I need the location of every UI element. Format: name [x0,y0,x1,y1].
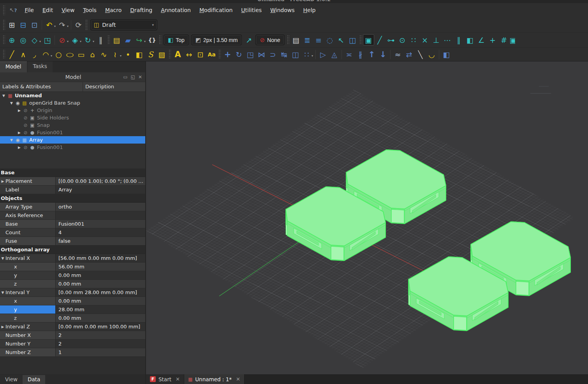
menu-tools[interactable]: Tools [79,5,100,15]
expression-editor-icon[interactable]: {} [146,34,158,46]
draft-polyline-icon[interactable]: ∧ [18,49,29,60]
menu-help[interactable]: Help [299,5,320,15]
property-label[interactable]: ▶Placement [0,177,56,186]
heads-up-display-icon[interactable]: ↗ [243,34,254,46]
draft-stretch-icon[interactable]: ↹ [278,49,290,60]
property-value[interactable]: Array [56,186,145,194]
dock-tab-model[interactable]: Model [0,61,27,72]
property-value[interactable]: 0.00 mm [56,297,145,305]
draft-move-icon[interactable]: + [222,49,233,60]
draft-polygon-icon[interactable]: ⌂ [87,49,98,60]
snap-extension-icon[interactable]: ⋯ [442,34,453,46]
menu-modification[interactable]: Modification [195,5,236,15]
property-label[interactable]: z [0,280,56,288]
property-value[interactable]: 0.00 mm [56,280,145,288]
create-link-dropdown-icon[interactable]: ▾ [144,40,146,43]
tab-view[interactable]: View [0,375,23,384]
property-label[interactable]: Number Y [0,340,56,348]
tree-selection-view-icon[interactable]: ◌ [324,34,336,46]
refresh-icon[interactable]: ⟳ [73,19,84,30]
draft-array-icon[interactable]: ∷ [301,49,312,60]
layers-icon[interactable]: ▤ [290,34,302,46]
toolbar-handle[interactable] [107,35,110,45]
property-label[interactable]: y [0,271,56,280]
draft-clone-icon[interactable]: ◫ [290,49,301,60]
property-value[interactable] [56,211,145,220]
draft-rectangle-icon[interactable]: ▭ [76,49,87,60]
menu-drafting[interactable]: Drafting [126,5,156,15]
tree-expander-icon[interactable]: ▶ [16,146,22,149]
menu-annotation[interactable]: Annotation [157,5,195,15]
property-value[interactable]: [0.00 mm 0.00 mm 100.00 mm] [56,323,145,331]
annotation-styles-icon[interactable]: Aa [206,49,217,60]
snap-parallel-icon[interactable]: ∥ [453,34,465,46]
draw-style-icon[interactable]: ⊘ [56,34,68,46]
draft-edit-icon[interactable]: ▷ [317,49,329,60]
property-value[interactable]: 0.00 mm [56,271,145,280]
workbench-selector[interactable]: ◫Draft▾ [90,19,157,30]
column-labels-attributes[interactable]: Labels & Attributes [0,82,83,91]
3d-viewport[interactable] [146,61,588,374]
snap-intersection-icon[interactable]: × [419,34,431,46]
draft-subelement-highlight-icon[interactable]: ◬ [329,49,340,60]
tree-expander-icon[interactable]: ▼ [9,138,14,142]
property-value[interactable]: 2 [56,340,145,348]
working-plane-proxy-icon[interactable]: ◧ [441,49,452,60]
snap-perpendicular-icon[interactable]: ⊥ [431,34,442,46]
zoom-selection-icon[interactable]: ◎ [18,34,29,46]
toolbar-handle[interactable] [85,19,88,30]
draft-arc-dropdown-icon[interactable]: ▾ [51,54,52,58]
property-label[interactable]: z [0,314,56,323]
fit-all-icon[interactable]: ⊕ [6,34,18,46]
property-value[interactable]: 2 [56,331,145,340]
toolbar-handle[interactable] [3,19,5,30]
panel-close-icon[interactable]: ✕ [138,74,142,80]
tree-item-side-holders[interactable]: ⊘▣Side Holders [0,114,145,121]
menu-file[interactable]: File [21,5,38,15]
move-to-group-icon[interactable]: ▰ [122,34,134,46]
scene-canvas[interactable] [146,61,588,374]
draft-line-icon[interactable]: ╱ [6,49,18,60]
draft-array-dropdown-icon[interactable]: ▾ [312,54,313,58]
dock-tab-tasks[interactable]: Tasks [28,61,53,72]
whats-this-icon[interactable]: ↖? [9,7,17,14]
tree-expander-icon[interactable]: ▶ [16,131,22,135]
create-link-icon[interactable]: ↪ [134,34,145,46]
menu-edit[interactable]: Edit [39,5,57,15]
draft-upgrade-icon[interactable]: ↑ [366,49,377,60]
toolbar-handle[interactable] [3,35,5,45]
snap-lock-icon[interactable]: ▣ [363,34,374,46]
open-file-icon[interactable]: ⊟ [18,19,29,30]
snap-special-icon[interactable]: ∷ [408,34,419,46]
snap-dimensions-icon[interactable]: + [487,34,498,46]
snap-ortho-icon[interactable]: ▣ [510,34,515,46]
draft-ellipse-icon[interactable]: ○ [64,49,76,60]
property-value[interactable]: Fusion001 [56,220,145,228]
view-top-button[interactable]: ◧Top [164,35,189,45]
property-value[interactable]: [0.00 mm 28.00 mm 0.00 mm] [56,288,145,297]
menu-view[interactable]: View [58,5,78,15]
zoom-tools-dropdown-icon[interactable]: ▾ [93,40,94,43]
mdi-tab-start[interactable]: FStart✕ [146,374,184,384]
property-label[interactable]: Number Z [0,348,56,357]
panel-minimize-icon[interactable]: ▭ [123,74,127,80]
draft-facebinder-icon[interactable]: ◧ [134,49,145,60]
property-value[interactable]: 56.00 mm [56,263,145,271]
undo-dropdown-icon[interactable]: ▾ [54,25,56,28]
close-icon[interactable]: ✕ [176,376,180,382]
menu-utilities[interactable]: Utilities [237,5,266,15]
property-label[interactable]: Label [0,186,56,194]
draft-label-icon[interactable]: ⊡ [195,49,206,60]
property-expander-icon[interactable]: ▶ [0,179,5,183]
close-icon[interactable]: ✕ [236,376,240,382]
redo-dropdown-icon[interactable]: ▾ [67,25,69,28]
property-value[interactable]: 4 [56,228,145,237]
property-expander-icon[interactable]: ▼ [0,256,5,260]
draft-invert-icon[interactable]: ◡ [426,49,437,60]
menu-macro[interactable]: Macro [101,5,125,15]
draft-downgrade-icon[interactable]: ↓ [377,49,389,60]
property-label[interactable]: Base [0,220,56,228]
draft-arc-icon[interactable]: ◠ [40,49,51,60]
mdi-tab-unnamed-1-[interactable]: ▦Unnamed : 1*✕ [184,374,245,384]
property-label[interactable]: Number X [0,331,56,340]
